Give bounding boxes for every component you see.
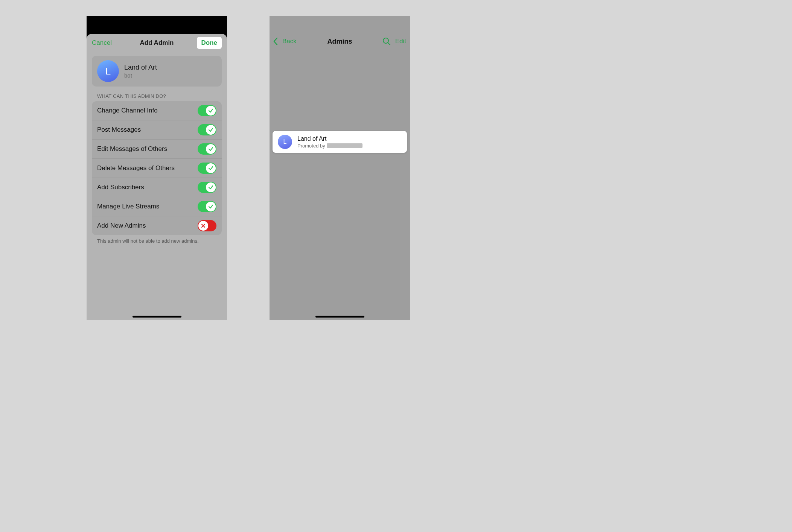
permission-label: Add New Admins: [97, 222, 146, 230]
phone-admins-list: 10:30 Back Admins Edit Recent Actions: [270, 16, 410, 320]
check-icon: [206, 144, 216, 154]
permission-label: Manage Live Streams: [97, 203, 159, 210]
x-icon: [198, 221, 208, 231]
home-indicator[interactable]: [133, 316, 181, 318]
modal-nav: Cancel Add Admin Done: [87, 34, 227, 52]
permission-toggle[interactable]: [198, 143, 216, 155]
permission-label: Change Channel Info: [97, 107, 158, 114]
permission-row: Change Channel Info: [92, 101, 222, 120]
admin-entity-card: L Land of Art bot: [92, 56, 222, 87]
avatar-initial: L: [283, 138, 287, 145]
permission-label: Edit Messages of Others: [97, 145, 167, 153]
permission-toggle[interactable]: [198, 163, 216, 174]
admins-nav: Back Admins Edit: [270, 32, 410, 50]
phone-add-admin: 10:30 Cancel Add Admin Done L Land of Ar…: [87, 16, 227, 320]
check-icon: [206, 163, 216, 173]
entity-text: Land of Art bot: [124, 64, 157, 79]
cancel-button[interactable]: Cancel: [92, 39, 112, 47]
permission-toggle[interactable]: [198, 182, 216, 193]
check-icon: [206, 182, 216, 192]
search-icon[interactable]: [382, 37, 391, 46]
permission-row: Add Subscribers: [92, 178, 222, 197]
permission-label: Post Messages: [97, 126, 141, 134]
permission-toggle[interactable]: [198, 201, 216, 212]
entity-subtitle: bot: [124, 72, 157, 79]
permission-label: Delete Messages of Others: [97, 164, 175, 172]
permissions-header: WHAT CAN THIS ADMIN DO?: [97, 93, 216, 99]
done-button[interactable]: Done: [197, 37, 222, 49]
admin-avatar: L: [278, 135, 292, 149]
permission-toggle[interactable]: [198, 124, 216, 135]
edit-button[interactable]: Edit: [395, 38, 406, 45]
promoted-by-label: Promoted by: [297, 143, 325, 149]
check-icon: [206, 202, 216, 211]
admin-row-land-of-art[interactable]: L Land of Art Promoted by: [273, 131, 407, 153]
admin-name: Land of Art: [297, 135, 362, 142]
permissions-list: Change Channel InfoPost MessagesEdit Mes…: [92, 101, 222, 235]
permission-row: Add New Admins: [92, 216, 222, 235]
permission-label: Add Subscribers: [97, 184, 144, 191]
back-label: Back: [282, 38, 297, 45]
permission-row: Post Messages: [92, 120, 222, 140]
permissions-footnote: This admin will not be able to add new a…: [97, 238, 216, 244]
home-indicator[interactable]: [315, 316, 364, 318]
permission-toggle[interactable]: [198, 220, 216, 231]
entity-avatar: L: [97, 60, 119, 82]
permission-row: Manage Live Streams: [92, 197, 222, 216]
check-icon: [206, 106, 216, 116]
admin-subtitle: Promoted by: [297, 143, 362, 149]
entity-name: Land of Art: [124, 64, 157, 71]
check-icon: [206, 125, 216, 135]
permission-toggle[interactable]: [198, 105, 216, 116]
entity-avatar-initial: L: [105, 65, 111, 77]
permission-row: Edit Messages of Others: [92, 140, 222, 159]
back-button[interactable]: Back: [273, 38, 297, 45]
svg-line-15: [388, 43, 390, 45]
permission-row: Delete Messages of Others: [92, 159, 222, 178]
add-admin-sheet: Cancel Add Admin Done L Land of Art bot …: [87, 34, 227, 320]
chevron-left-icon: [273, 38, 278, 45]
phone-background: [270, 16, 410, 320]
promoter-redacted: [327, 143, 362, 148]
